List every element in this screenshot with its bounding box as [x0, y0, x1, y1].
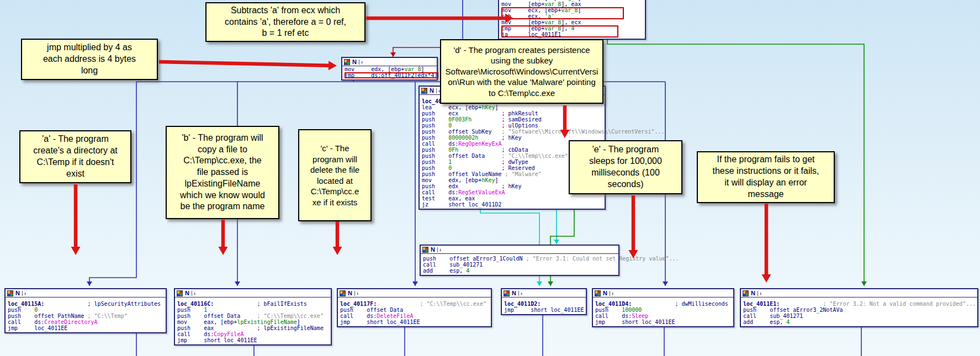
- block-error-3-1[interactable]: N↓push offset aError3_1CouldN ; "Error 3…: [420, 245, 619, 276]
- label: loc_40115A:: [8, 301, 44, 307]
- graph-edge-arrowhead: [390, 52, 396, 57]
- block-header[interactable]: N↓: [342, 58, 437, 66]
- block-delete-file[interactable]: N↓loc_40117F: ; "C:\\Temp\\cc.exe"push o…: [337, 288, 492, 327]
- asm-text: [632, 301, 675, 307]
- asm-text: hKey: [481, 104, 495, 110]
- collapse-arrow-icon[interactable]: ↓: [437, 247, 442, 252]
- block-sleep[interactable]: N↓loc_4011D4: ; dwMillisecondspush 10000…: [592, 288, 734, 327]
- asm-text: mov ecx, [ebp+: [501, 7, 561, 13]
- asm-line: lea ecx, [ebp+hKey]: [422, 104, 605, 110]
- block-header[interactable]: N↓: [338, 289, 491, 297]
- asm-text: test eax, eax: [422, 195, 475, 201]
- asm-line: call ds:Sleep: [595, 313, 733, 319]
- asm-line: loc_40115A: ; lpSecurityAttributes: [8, 301, 166, 307]
- note-text: 'd' - The program creates persistence us…: [446, 45, 598, 99]
- asm-text: ]: [297, 319, 300, 325]
- asm-text: 80000002h: [448, 135, 478, 141]
- collapse-arrow-icon[interactable]: ↓: [757, 291, 762, 296]
- node-color-icon[interactable]: [344, 59, 350, 65]
- asm-text: lpExistingFileName: [237, 319, 296, 325]
- block-copy-file[interactable]: N↓loc_40116C: ; bFailIfExistspush 1push …: [174, 288, 332, 346]
- node-color-icon[interactable]: [743, 290, 749, 296]
- asm-text: hKey: [481, 177, 495, 183]
- asm-text: var_8: [544, 19, 561, 25]
- string-comment: ; "C:\\Temp\\cc.exe": [420, 301, 486, 307]
- block-header[interactable]: N↓: [175, 289, 331, 297]
- note-text: 'b' - The program will copy a file to C:…: [180, 132, 265, 213]
- asm-text: lea ecx, [ebp+: [422, 104, 481, 110]
- block-header[interactable]: N↓: [421, 246, 618, 254]
- asm-text: ], eax: [561, 1, 581, 7]
- asm-text: call ds:: [340, 313, 377, 319]
- node-name-icon[interactable]: N: [751, 291, 755, 296]
- collapse-arrow-icon[interactable]: ↓: [610, 291, 614, 296]
- asm-text: mov edx, [ebp+: [422, 177, 481, 183]
- asm-line: push offset PathName ; "C:\\Temp": [8, 313, 166, 319]
- asm-line: jmp short loc_4011EE: [340, 319, 491, 325]
- node-color-icon[interactable]: [421, 88, 427, 94]
- node-name-icon[interactable]: N: [348, 291, 352, 296]
- collapse-arrow-icon[interactable]: ↓: [192, 291, 196, 296]
- asm-text: ; samDesired: [472, 116, 541, 123]
- block-header[interactable]: N↓: [502, 289, 586, 297]
- asm-text: 4: [786, 319, 790, 325]
- asm-line: jmp short loc_4011EE: [504, 307, 586, 313]
- asm-text: ja loc_4011E1: [501, 31, 561, 38]
- block-error-3-2[interactable]: N↓loc_4011E1: ; "Error 3.2: Not a valid …: [740, 288, 978, 327]
- api-name: Sleep: [632, 313, 648, 319]
- block-create-directory[interactable]: N↓loc_40115A: ; lpSecurityAttributespush…: [4, 288, 167, 333]
- asm-text: push: [8, 307, 34, 313]
- note-text: 'e' - The program sleeps for 100,000 mil…: [589, 144, 662, 190]
- asm-text: push: [595, 307, 622, 313]
- asm-text: add esp,: [743, 319, 786, 325]
- note-error: If the program fails to get these instru…: [697, 151, 835, 203]
- asm-text: [44, 301, 87, 307]
- graph-edge-arrowhead: [412, 281, 418, 286]
- asm-line: sub ecx, 'a': [501, 13, 645, 19]
- asm-text: jmp short loc_4011EE: [177, 337, 257, 343]
- node-name-icon[interactable]: N: [512, 291, 516, 296]
- note-text: 'c' - The program will delete the file l…: [310, 143, 359, 208]
- asm-line: ja loc_4011E1: [501, 31, 645, 38]
- node-color-icon[interactable]: [595, 290, 601, 296]
- asm-line: test eax, eax: [422, 195, 605, 201]
- node-name-icon[interactable]: N: [431, 247, 435, 252]
- block-d2-jump[interactable]: N↓loc_4011D2:jmp short loc_4011EE: [501, 288, 587, 315]
- asm-text: var_8: [544, 1, 561, 7]
- asm-text: ; Reserved: [452, 165, 535, 171]
- asm-text: 0Fh: [448, 147, 458, 153]
- asm-text: call ds:: [8, 319, 44, 325]
- asm-text: call ds:: [595, 313, 632, 319]
- graph-edge-arrowhead: [548, 281, 553, 286]
- node-name-icon[interactable]: N: [603, 291, 607, 296]
- block-jump-table[interactable]: N↓mov edx, [ebp+var_8]jmp ds:off_4011F2[…: [341, 57, 438, 81]
- node-name-icon[interactable]: N: [185, 291, 189, 296]
- asm-text: var_8: [561, 7, 578, 13]
- api-name: CopyFileA: [214, 331, 243, 337]
- collapse-arrow-icon[interactable]: ↓: [359, 60, 363, 65]
- collapse-arrow-icon[interactable]: ↓: [354, 291, 359, 296]
- collapse-arrow-icon[interactable]: ↓: [518, 291, 523, 296]
- block-cmp-switch-test[interactable]: movsx eax, [ebp+arg_0]mov [ebp+var_8], e…: [498, 0, 646, 40]
- node-color-icon[interactable]: [177, 290, 183, 296]
- block-header[interactable]: N↓: [741, 289, 977, 297]
- asm-text: call ds:: [422, 189, 458, 195]
- string-comment: ; "Software\\Microsoft\\Windows\\Current…: [502, 129, 665, 135]
- node-color-icon[interactable]: [422, 247, 428, 253]
- node-name-icon[interactable]: N: [430, 88, 434, 93]
- graph-edge-arrowhead: [861, 281, 867, 286]
- node-name-icon[interactable]: N: [15, 291, 20, 296]
- block-header[interactable]: N↓: [6, 289, 166, 297]
- graph-edge-arrowhead: [537, 281, 542, 286]
- node-color-icon[interactable]: [504, 290, 510, 296]
- node-color-icon[interactable]: [7, 290, 13, 296]
- graph-edge-arrowhead: [87, 281, 92, 286]
- node-name-icon[interactable]: N: [352, 60, 357, 65]
- block-header[interactable]: N↓: [593, 289, 733, 297]
- asm-text: [377, 301, 420, 307]
- api-name: DeleteFileA: [377, 313, 413, 319]
- asm-line: jmp short loc_4011EE: [595, 319, 733, 325]
- node-color-icon[interactable]: [340, 290, 346, 296]
- api-name: RegOpenKeyExA: [458, 141, 501, 147]
- collapse-arrow-icon[interactable]: ↓: [22, 291, 27, 296]
